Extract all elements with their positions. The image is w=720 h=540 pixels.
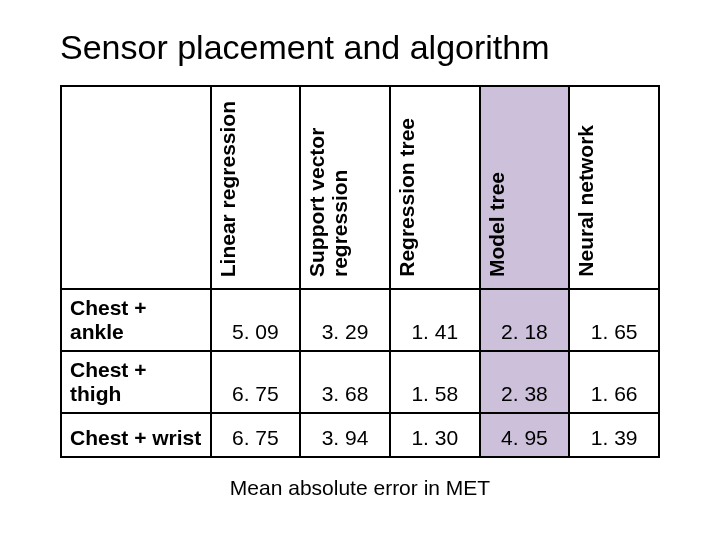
header-linear-regression: Linear regression	[211, 86, 301, 289]
table-row: Chest + wrist 6. 75 3. 94 1. 30 4. 95 1.…	[61, 413, 659, 457]
header-label: Linear regression	[216, 101, 239, 277]
row-label: Chest + wrist	[61, 413, 211, 457]
header-label: Neural network	[574, 125, 597, 277]
cell: 3. 68	[300, 351, 390, 413]
cell: 3. 94	[300, 413, 390, 457]
header-label: Support vector regression	[305, 93, 351, 277]
header-regression-tree: Regression tree	[390, 86, 480, 289]
cell: 2. 38	[480, 351, 570, 413]
cell: 1. 66	[569, 351, 659, 413]
table-header-row: Linear regression Support vector regress…	[61, 86, 659, 289]
header-model-tree: Model tree	[480, 86, 570, 289]
table-caption: Mean absolute error in MET	[40, 476, 680, 500]
header-label: Regression tree	[395, 118, 418, 277]
cell: 2. 18	[480, 289, 570, 351]
cell: 5. 09	[211, 289, 301, 351]
slide-title: Sensor placement and algorithm	[60, 28, 680, 67]
cell: 3. 29	[300, 289, 390, 351]
row-label: Chest + thigh	[61, 351, 211, 413]
cell: 1. 58	[390, 351, 480, 413]
cell: 1. 39	[569, 413, 659, 457]
cell: 1. 41	[390, 289, 480, 351]
table-row: Chest + ankle 5. 09 3. 29 1. 41 2. 18 1.…	[61, 289, 659, 351]
row-label: Chest + ankle	[61, 289, 211, 351]
header-support-vector-regression: Support vector regression	[300, 86, 390, 289]
cell: 1. 30	[390, 413, 480, 457]
cell: 1. 65	[569, 289, 659, 351]
cell: 4. 95	[480, 413, 570, 457]
slide: Sensor placement and algorithm Linear re…	[0, 0, 720, 540]
results-table: Linear regression Support vector regress…	[60, 85, 660, 458]
header-neural-network: Neural network	[569, 86, 659, 289]
cell: 6. 75	[211, 413, 301, 457]
header-label: Model tree	[485, 172, 508, 277]
header-blank	[61, 86, 211, 289]
cell: 6. 75	[211, 351, 301, 413]
table-row: Chest + thigh 6. 75 3. 68 1. 58 2. 38 1.…	[61, 351, 659, 413]
